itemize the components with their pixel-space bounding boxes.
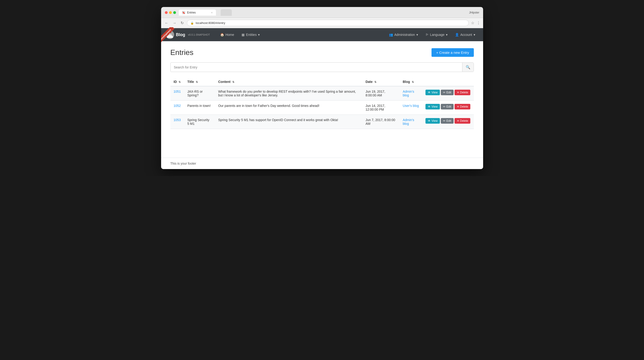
tab-title: Entries [187, 11, 196, 14]
eye-icon: 👁 [428, 91, 430, 94]
times-icon: ✕ [457, 105, 459, 108]
home-icon: 🏠 [220, 33, 224, 37]
search-icon: 🔍 [466, 65, 470, 69]
svg-rect-2 [168, 32, 171, 33]
nav-administration[interactable]: 👥 Administration ▾ [386, 31, 421, 38]
col-header-content[interactable]: Content ⇅ [215, 78, 362, 86]
nav-account-label: Account [460, 33, 472, 37]
back-button[interactable]: ← [164, 21, 170, 26]
security-icon: 🔒 [190, 22, 194, 25]
cell-date: Jun 7, 2017, 8:00:00 AM [362, 115, 400, 129]
language-chevron-icon: ▾ [446, 33, 448, 37]
url-text: localhost:8080/#/entry [196, 21, 465, 25]
id-sort-icon: ⇅ [178, 81, 181, 83]
search-button[interactable]: 🔍 [462, 63, 474, 72]
tab-favicon: 🔖 [182, 11, 185, 14]
svg-point-4 [170, 34, 171, 34]
col-header-blog[interactable]: Blog ⇅ [400, 78, 422, 86]
view-button[interactable]: 👁 View [426, 104, 440, 109]
browser-window: 🔖 Entries × JHipster ← → ↻ 🔒 localhost:8… [161, 7, 483, 169]
cell-date: Jun 14, 2017, 12:00:00 PM [362, 101, 400, 115]
delete-button[interactable]: ✕ Delete [454, 90, 470, 95]
tab-close-icon[interactable]: × [211, 11, 212, 14]
col-header-title[interactable]: Title ⇅ [184, 78, 215, 86]
refresh-button[interactable]: ↻ [180, 20, 184, 26]
administration-icon: 👥 [389, 33, 393, 37]
navbar-brand[interactable]: Blog v0.0.1-SNAPSHOT [166, 31, 210, 39]
footer-text: This is your footer [170, 162, 196, 165]
edit-button[interactable]: ✏ Edit [441, 118, 454, 124]
cell-content: What framework do you prefer to develop … [215, 86, 362, 101]
entries-table: ID ⇅ Title ⇅ Content ⇅ Date [170, 78, 474, 129]
times-icon: ✕ [457, 91, 459, 94]
brand-avatar [166, 31, 174, 39]
account-icon: 👤 [455, 33, 459, 37]
cell-actions: 👁 View ✏ Edit ✕ Delete [422, 86, 474, 101]
maximize-button[interactable] [173, 11, 176, 14]
pencil-icon: ✏ [443, 119, 446, 122]
cell-title: Spring Security 5 M1 [184, 115, 215, 129]
delete-button[interactable]: ✕ Delete [454, 104, 470, 109]
cell-title: Parents in town! [184, 101, 215, 115]
browser-toolbar: ← → ↻ 🔒 localhost:8080/#/entry ☆ ⋮ [161, 18, 483, 28]
entities-icon: ▦ [242, 33, 244, 37]
table-header-row: ID ⇅ Title ⇅ Content ⇅ Date [170, 78, 474, 86]
eye-icon: 👁 [428, 105, 430, 108]
cell-blog: Admin's blog [400, 86, 422, 101]
account-chevron-icon: ▾ [474, 33, 475, 37]
entries-tbody: 1051 JAX-RS or Spring? What framework do… [170, 86, 474, 129]
col-header-actions [422, 78, 474, 86]
blog-link[interactable]: Admin's blog [403, 118, 414, 125]
app-container: Blog v0.0.1-SNAPSHOT 🏠 Home ▦ Entities ▾… [161, 28, 483, 169]
nav-home[interactable]: 🏠 Home [217, 31, 237, 38]
administration-chevron-icon: ▾ [416, 33, 418, 37]
search-input[interactable] [171, 63, 462, 72]
pencil-icon: ✏ [443, 91, 446, 94]
content-sort-icon: ⇅ [232, 81, 234, 83]
view-button[interactable]: 👁 View [426, 118, 440, 124]
view-button[interactable]: 👁 View [426, 90, 440, 95]
minimize-button[interactable] [169, 11, 172, 14]
close-button[interactable] [165, 11, 168, 14]
nav-account[interactable]: 👤 Account ▾ [452, 31, 478, 38]
blog-link[interactable]: User's blog [403, 104, 419, 108]
action-btns: 👁 View ✏ Edit ✕ Delete [426, 118, 470, 124]
browser-titlebar: 🔖 Entries × JHipster [161, 7, 483, 18]
create-entry-label: + Create a new Entry [436, 51, 469, 55]
nav-right: 👥 Administration ▾ 🏳 Language ▾ 👤 Accoun… [386, 31, 478, 38]
brand-version: v0.0.1-SNAPSHOT [188, 33, 210, 36]
search-bar: 🔍 [170, 62, 474, 72]
forward-button[interactable]: → [172, 21, 178, 26]
nav-entities-label: Entities [246, 33, 257, 37]
new-tab-button[interactable] [221, 9, 232, 16]
delete-button[interactable]: ✕ Delete [454, 118, 470, 124]
edit-button[interactable]: ✏ Edit [441, 104, 454, 109]
nav-entities[interactable]: ▦ Entities ▾ [238, 31, 263, 38]
bookmark-icon[interactable]: ☆ [471, 21, 474, 25]
blog-link[interactable]: Admin's blog [403, 90, 414, 97]
cell-title: JAX-RS or Spring? [184, 86, 215, 101]
nav-language[interactable]: 🏳 Language ▾ [422, 31, 451, 38]
col-header-id[interactable]: ID ⇅ [170, 78, 184, 86]
col-header-date[interactable]: Date ⇅ [362, 78, 400, 86]
date-sort-icon: ⇅ [374, 81, 376, 83]
edit-button[interactable]: ✏ Edit [441, 90, 454, 95]
navbar-nav: 🏠 Home ▦ Entities ▾ [217, 31, 386, 38]
entry-id-link[interactable]: 1053 [174, 118, 181, 122]
cell-id: 1052 [170, 101, 184, 115]
cell-content: Our parents are in town for Father's Day… [215, 101, 362, 115]
cell-blog: User's blog [400, 101, 422, 115]
nav-administration-label: Administration [394, 33, 415, 37]
browser-tab[interactable]: 🔖 Entries × [179, 10, 216, 16]
window-controls [165, 11, 176, 14]
page-header: Entries + Create a new Entry [170, 48, 474, 57]
address-bar[interactable]: 🔒 localhost:8080/#/entry [187, 20, 469, 26]
cell-id: 1053 [170, 115, 184, 129]
create-entry-button[interactable]: + Create a new Entry [432, 48, 474, 57]
entities-chevron-icon: ▾ [258, 33, 260, 37]
entry-id-link[interactable]: 1052 [174, 104, 181, 108]
navbar: Blog v0.0.1-SNAPSHOT 🏠 Home ▦ Entities ▾… [161, 28, 483, 41]
entry-id-link[interactable]: 1051 [174, 90, 181, 93]
cell-actions: 👁 View ✏ Edit ✕ Delete [422, 101, 474, 115]
browser-menu-icon[interactable]: ⋮ [476, 21, 480, 25]
